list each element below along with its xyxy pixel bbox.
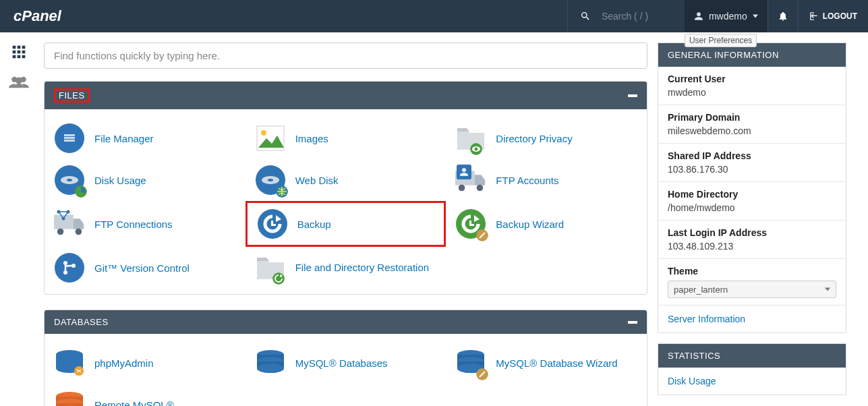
tool-file-restoration[interactable]: File and Directory Restoration: [245, 247, 446, 289]
svg-point-12: [475, 148, 478, 151]
svg-point-25: [76, 229, 82, 235]
notifications-button[interactable]: [768, 0, 798, 32]
statistics-header: STATISTICS: [658, 344, 846, 368]
left-nav: [0, 32, 37, 406]
tool-label: Backup Wizard: [496, 219, 564, 230]
tool-web-disk[interactable]: Web Disk: [245, 159, 446, 201]
databases-panel: DATABASES phpMyAdmin MySQL® Databases My…: [44, 310, 647, 406]
database-icon: [55, 391, 84, 406]
svg-point-24: [57, 229, 64, 235]
tool-phpmyadmin[interactable]: phpMyAdmin: [45, 342, 245, 384]
tool-label: Web Disk: [295, 175, 339, 186]
top-search[interactable]: [567, 0, 685, 32]
theme-value: paper_lantern: [674, 285, 728, 295]
svg-rect-32: [469, 224, 474, 226]
logout-button[interactable]: LOGOUT: [798, 0, 868, 32]
info-value: 103.48.109.213: [668, 241, 836, 252]
theme-select[interactable]: paper_lantern: [668, 281, 836, 298]
tool-remote-mysql[interactable]: Remote MySQL®: [45, 384, 245, 406]
git-icon: [61, 259, 78, 277]
svg-rect-7: [64, 140, 75, 142]
right-sidebar: GENERAL INFORMATION Current User mwdemo …: [658, 32, 857, 406]
users-icon[interactable]: [9, 75, 29, 90]
caret-down-icon: [753, 13, 758, 19]
tool-label: Images: [295, 133, 328, 144]
tool-label: phpMyAdmin: [94, 357, 154, 369]
info-value: /home/mwdemo: [668, 202, 836, 213]
globe-icon: [276, 185, 288, 198]
database-icon: [256, 349, 285, 376]
general-info-card: GENERAL INFORMATION Current User mwdemo …: [658, 42, 846, 333]
info-label: Shared IP Address: [668, 150, 836, 161]
eye-icon: [470, 143, 482, 155]
disk-icon: [261, 175, 280, 185]
tool-disk-usage[interactable]: Disk Usage: [45, 159, 245, 201]
tool-git[interactable]: Git™ Version Control: [45, 247, 245, 289]
svg-point-3: [16, 78, 22, 84]
files-panel: FILES File Manager Images Directory Priv…: [44, 81, 647, 295]
tool-ftp-accounts[interactable]: FTP Accounts: [446, 159, 647, 201]
user-tooltip: User Preferences: [685, 34, 757, 47]
collapse-icon[interactable]: [628, 94, 637, 97]
tool-file-manager[interactable]: File Manager: [45, 117, 245, 159]
files-panel-header[interactable]: FILES: [45, 82, 647, 109]
bell-icon: [778, 11, 788, 22]
svg-rect-4: [628, 94, 637, 97]
tool-mysql-databases[interactable]: MySQL® Databases: [245, 342, 446, 384]
tool-label: File and Directory Restoration: [295, 261, 429, 274]
tool-mysql-wizard[interactable]: MySQL® Database Wizard: [446, 342, 647, 384]
user-menu[interactable]: mwdemo User Preferences: [685, 0, 768, 32]
svg-point-22: [477, 185, 484, 192]
databases-title: DATABASES: [54, 317, 109, 327]
svg-point-17: [268, 179, 273, 181]
shared-ip-row: Shared IP Address 103.86.176.30: [658, 144, 846, 182]
tool-directory-privacy[interactable]: Directory Privacy: [446, 117, 647, 159]
phpmyadmin-icon: [55, 349, 84, 376]
primary-domain-row: Primary Domain mileswebdemo.com: [658, 105, 846, 144]
info-label: Current User: [668, 74, 836, 84]
tool-backup-wizard[interactable]: Backup Wizard: [446, 201, 647, 247]
images-icon: [256, 123, 285, 153]
wizard-icon: [476, 229, 488, 241]
apps-icon[interactable]: [9, 42, 28, 61]
top-search-input[interactable]: [602, 11, 672, 22]
restore-icon: [272, 272, 285, 285]
info-label: Last Login IP Address: [668, 227, 836, 238]
collapse-icon[interactable]: [628, 321, 637, 324]
find-functions-input[interactable]: [44, 42, 647, 69]
user-badge-icon: [457, 165, 471, 179]
tool-label: FTP Accounts: [496, 175, 558, 186]
info-label: Primary Domain: [668, 112, 836, 123]
info-value: mileswebdemo.com: [668, 125, 836, 136]
svg-rect-38: [628, 321, 637, 324]
tool-backup[interactable]: Backup: [245, 201, 446, 247]
files-title: FILES: [54, 88, 90, 103]
main-content: FILES File Manager Images Directory Priv…: [37, 32, 658, 406]
statistics-card: STATISTICS Disk Usage: [658, 343, 846, 395]
svg-rect-5: [64, 134, 75, 136]
svg-point-36: [71, 264, 76, 268]
info-value: mwdemo: [668, 87, 836, 98]
logo[interactable]: cPanel: [0, 8, 91, 24]
tool-ftp-connections[interactable]: FTP Connections: [45, 201, 245, 247]
tool-label: Git™ Version Control: [94, 262, 190, 274]
home-dir-row: Home Directory /home/mwdemo: [658, 182, 846, 221]
info-label: Home Directory: [668, 189, 836, 200]
backup-icon: [262, 214, 283, 234]
user-icon: [694, 11, 703, 21]
tool-label: Disk Usage: [94, 175, 146, 186]
tool-label: Directory Privacy: [496, 133, 572, 144]
wizard-icon: [476, 368, 488, 380]
pie-icon: [75, 185, 87, 198]
server-info-link[interactable]: Server Information: [658, 306, 846, 332]
databases-panel-header[interactable]: DATABASES: [45, 310, 647, 334]
svg-point-37: [272, 272, 285, 285]
top-bar: cPanel mwdemo User Preferences LOGOUT: [0, 0, 868, 32]
search-icon: [580, 11, 591, 22]
tool-label: File Manager: [94, 133, 154, 144]
tool-label: MySQL® Database Wizard: [496, 357, 617, 369]
tool-images[interactable]: Images: [245, 117, 446, 159]
svg-point-9: [261, 130, 266, 136]
tool-label: MySQL® Databases: [295, 357, 388, 369]
stats-disk-usage[interactable]: Disk Usage: [658, 368, 846, 395]
